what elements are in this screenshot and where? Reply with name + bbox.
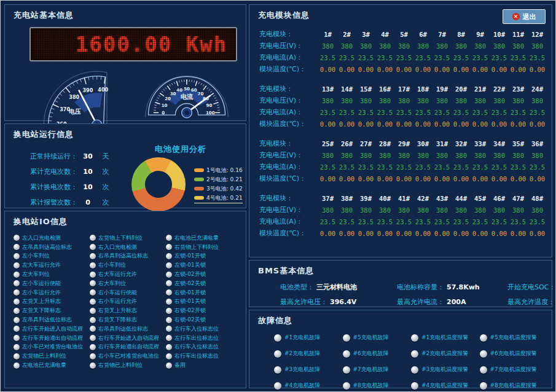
energy-led-value: 1600.00 Kwh (76, 32, 227, 57)
gauge-tick-label: 100 (206, 111, 215, 116)
fault-indicator-label: #3充电机故障 (284, 366, 320, 374)
module-block-1: 充电模块：1#2#3#4#5#6#7#8#9#10#11#12#充电电压(V)：… (256, 29, 547, 74)
module-cell: 18# (413, 85, 433, 93)
io-indicator: 左行车开始进入自动流程 (14, 324, 90, 334)
indicator-lamp-icon (274, 350, 281, 358)
fault-indicator-label: #1充电机故障 (284, 334, 320, 342)
indicator-lamp-icon (90, 317, 96, 323)
legend-label: 4号电池: 0.21 (206, 194, 243, 202)
module-cell: 0.00 (375, 120, 394, 128)
indicator-lamp-icon (411, 366, 418, 374)
exit-button[interactable]: ✕ 退出 (503, 9, 546, 24)
module-cell: 29# (394, 140, 413, 147)
module-cell: 380 (528, 206, 547, 214)
module-cell: 0.00 (394, 120, 413, 128)
bms-field-label: 开始充电SOC： (507, 283, 555, 291)
legend-swatch-icon (194, 187, 204, 190)
module-cell: 0.00 (394, 230, 413, 237)
gauge-hub-center (184, 111, 189, 115)
module-cell: 380 (509, 97, 528, 104)
module-cell: 380 (318, 97, 337, 104)
io-indicator: 左小车运行使能 (14, 279, 90, 288)
module-cell: 44# (452, 195, 471, 202)
io-indicator: 右大车到位 (90, 279, 166, 288)
module-cell: 380 (356, 206, 375, 214)
module-cell: 380 (318, 152, 337, 159)
indicator-lamp-icon (14, 262, 20, 269)
module-cell: 11# (509, 31, 528, 38)
fault-indicator: #1充电机温度报警 (411, 334, 480, 342)
indicator-lamp-icon (166, 326, 172, 332)
gauge-tick-label: 20 (165, 96, 171, 101)
module-cell: 40# (375, 195, 394, 202)
module-cell: 0.00 (318, 175, 337, 182)
module-cell: 0.00 (413, 175, 433, 182)
module-cell: 380 (318, 42, 337, 50)
bms-field: 电池类型：三元材料电池 (280, 283, 397, 292)
io-indicator: 左行车出位标志位 (166, 334, 242, 343)
panel-charge-module-info: 充电模块信息 ✕ 退出 充电模块：1#2#3#4#5#6#7#8#9#10#11… (249, 4, 552, 257)
module-voltage-row: 充电电压(V)：38038038038038038038038038038038… (256, 96, 547, 105)
module-cell: 23.5 (394, 54, 413, 61)
io-indicator: 右货物已上料到位 (90, 361, 166, 370)
bms-fields-grid: 电池类型：三元材料电池电池标称容量：57.8Kwh开始充电SOC：54%最高允许… (249, 276, 552, 307)
panel-title-operation: 换电站运行信息 (5, 124, 246, 140)
module-cell: 380 (337, 42, 356, 50)
io-indicator: 左吊具到达低位标志 (14, 315, 90, 324)
module-cell: 19# (433, 85, 452, 93)
indicator-lamp-icon (90, 244, 96, 250)
io-indicator: 左锁-01开锁 (166, 252, 242, 261)
fault-indicator-label: #1充电机温度报警 (421, 334, 468, 342)
panel-operation-info: 换电站运行信息 正常持续运行：30天累计充电次数：10次累计换电次数：10次累计… (4, 123, 246, 208)
indicator-lamp-icon (14, 344, 20, 350)
module-cell: 26# (337, 140, 356, 147)
module-cell: 12# (528, 31, 547, 38)
indicator-lamp-icon (274, 382, 281, 390)
module-cell: 25# (318, 140, 337, 147)
chart-title: 电池使用分析 (116, 144, 246, 155)
module-cell: 0.00 (528, 120, 547, 128)
indicator-lamp-icon (480, 382, 487, 390)
module-cell: 380 (471, 206, 490, 214)
module-row-label: 充电电压(V)： (256, 205, 318, 214)
module-cell: 9# (471, 31, 490, 38)
panel-io-info: 换电站IO信息 左入口光电检测左吊具到达高位标志左小车到位左大车运行允许左大车到… (4, 211, 246, 388)
module-row-label: 充电模块： (256, 194, 318, 203)
io-indicator-label: 右锁-01开锁 (174, 289, 206, 297)
module-cell: 380 (375, 97, 394, 104)
module-cell: 41# (394, 195, 413, 202)
gauge-unit-label: 电压 (69, 108, 81, 115)
indicator-lamp-icon (166, 308, 172, 314)
gauge-blue-band (79, 100, 101, 108)
indicator-lamp-icon (90, 308, 96, 314)
bms-field: 最高允许电流：200A (397, 297, 507, 307)
module-cell: 0.00 (394, 175, 413, 182)
module-cell: 6# (413, 31, 433, 38)
io-indicator: 左大车运行允许 (14, 261, 90, 270)
module-cell: 23.5 (318, 218, 337, 225)
module-cell: 380 (394, 42, 413, 50)
module-cell: 23.5 (318, 109, 337, 116)
io-indicator-label: 右货物已上料到位 (98, 361, 143, 369)
indicator-lamp-icon (166, 272, 172, 278)
io-indicator-label: 备用 (174, 361, 186, 369)
io-indicator: 左锁-02关锁 (166, 279, 242, 288)
module-cell: 23.5 (452, 54, 471, 61)
fault-indicator: #5充电机温度报警 (480, 334, 549, 342)
gauge-tick-label: 380 (69, 94, 79, 100)
fault-indicator-label: #6充电机温度报警 (490, 350, 537, 358)
module-cell: 23.5 (490, 218, 509, 225)
module-cell: 0.00 (452, 175, 471, 182)
module-cell: 23.5 (337, 109, 356, 116)
module-cell: 0.00 (318, 66, 337, 73)
module-cell: 23.5 (356, 163, 375, 171)
module-block-4: 充电模块：37#38#39#40#41#42#43#44#45#46#47#48… (256, 194, 547, 238)
legend-label: 3号电池: 0.42 (206, 185, 243, 193)
io-indicator: 左锁-02开锁 (166, 270, 242, 279)
module-cell: 0.00 (433, 230, 452, 237)
module-cell: 0.00 (337, 175, 356, 182)
indicator-lamp-icon (90, 363, 96, 369)
module-cell: 380 (394, 206, 413, 214)
module-cell: 380 (509, 206, 528, 214)
module-cell: 380 (509, 42, 528, 50)
